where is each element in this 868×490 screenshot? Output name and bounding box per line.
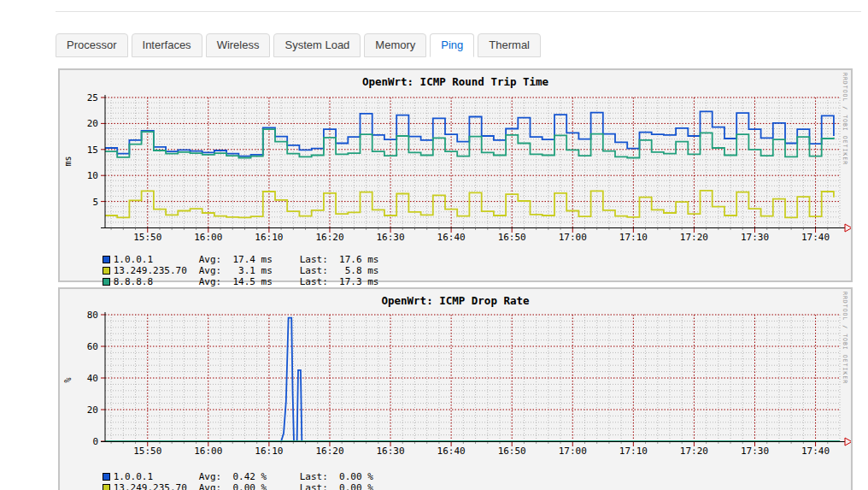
rrdtool-watermark: RRDTOOL / TOBI OETIKER [842, 73, 848, 165]
legend-row: 1.0.0.1Avg: 17.4 msLast: 17.6 ms [68, 243, 378, 253]
tab-ping[interactable]: Ping [430, 33, 474, 57]
svg-text:0: 0 [92, 436, 98, 447]
svg-text:16:30: 16:30 [376, 232, 404, 243]
tab-interfaces[interactable]: Interfaces [132, 33, 202, 57]
svg-text:16:50: 16:50 [498, 232, 526, 243]
tab-memory[interactable]: Memory [364, 33, 426, 57]
svg-text:17:10: 17:10 [619, 446, 648, 457]
legend-avg-value: Avg: 14.5 ms [199, 276, 300, 287]
svg-text:20: 20 [87, 404, 98, 416]
svg-text:16:00: 16:00 [194, 446, 222, 457]
svg-text:17:40: 17:40 [801, 446, 830, 457]
svg-text:16:10: 16:10 [255, 232, 283, 243]
rtt-chart-panel: OpenWrt: ICMP Round Trip Time 5101520251… [58, 68, 853, 282]
legend-row: 13.249.235.70Avg: 3.1 msLast: 5.8 ms [68, 254, 378, 264]
legend-row: 8.8.8.8Avg: 14.5 msLast: 17.3 ms [68, 265, 378, 275]
svg-text:40: 40 [87, 373, 98, 384]
tab-processor[interactable]: Processor [56, 33, 128, 57]
svg-text:16:20: 16:20 [315, 446, 343, 457]
svg-text:25: 25 [87, 92, 98, 103]
tab-system-load[interactable]: System Load [273, 33, 361, 57]
svg-text:17:30: 17:30 [741, 232, 769, 243]
svg-text:15:50: 15:50 [133, 446, 161, 457]
drop-rate-y-axis-label: % [63, 368, 73, 393]
top-divider [56, 11, 861, 12]
svg-text:17:00: 17:00 [559, 232, 587, 243]
svg-text:17:40: 17:40 [801, 232, 830, 243]
svg-text:17:20: 17:20 [680, 232, 708, 243]
tab-bar: Processor Interfaces Wireless System Loa… [56, 33, 544, 57]
legend-host-label: 8.8.8.8 [114, 276, 199, 287]
svg-text:60: 60 [87, 341, 98, 352]
rtt-y-axis-label: ms [63, 149, 73, 174]
legend-last-value: Last: 17.3 ms [300, 276, 379, 287]
svg-text:10: 10 [87, 170, 98, 181]
svg-text:17:30: 17:30 [741, 446, 769, 457]
svg-text:16:40: 16:40 [437, 232, 466, 243]
svg-text:16:00: 16:00 [194, 232, 222, 243]
svg-text:15: 15 [87, 145, 98, 156]
svg-text:17:10: 17:10 [619, 232, 648, 243]
svg-text:16:40: 16:40 [437, 446, 466, 457]
rrdtool-watermark: RRDTOOL / TOBI OETIKER [842, 292, 848, 384]
svg-text:17:00: 17:00 [559, 446, 587, 457]
statistics-page: Processor Interfaces Wireless System Loa… [0, 0, 868, 490]
drop-rate-chart-panel: OpenWrt: ICMP Drop Rate 02040608015:5016… [58, 287, 853, 490]
svg-text:15:50: 15:50 [133, 232, 161, 243]
tab-wireless[interactable]: Wireless [206, 33, 271, 57]
legend-row: 8.8.8.8Avg: 0.00 %Last: 0.00 % [68, 482, 373, 490]
svg-text:16:10: 16:10 [255, 446, 283, 457]
legend-row: 13.249.235.70Avg: 0.00 %Last: 0.00 % [68, 471, 373, 481]
svg-text:20: 20 [87, 118, 98, 129]
svg-text:5: 5 [92, 197, 98, 208]
svg-text:16:50: 16:50 [498, 446, 526, 457]
svg-text:80: 80 [87, 310, 98, 321]
tab-thermal[interactable]: Thermal [478, 33, 541, 57]
svg-text:16:30: 16:30 [376, 446, 404, 457]
legend-swatch [103, 278, 110, 286]
legend-row: 1.0.0.1Avg: 0.42 %Last: 0.00 % [68, 460, 373, 470]
svg-text:16:20: 16:20 [315, 232, 343, 243]
svg-text:17:20: 17:20 [680, 446, 708, 457]
